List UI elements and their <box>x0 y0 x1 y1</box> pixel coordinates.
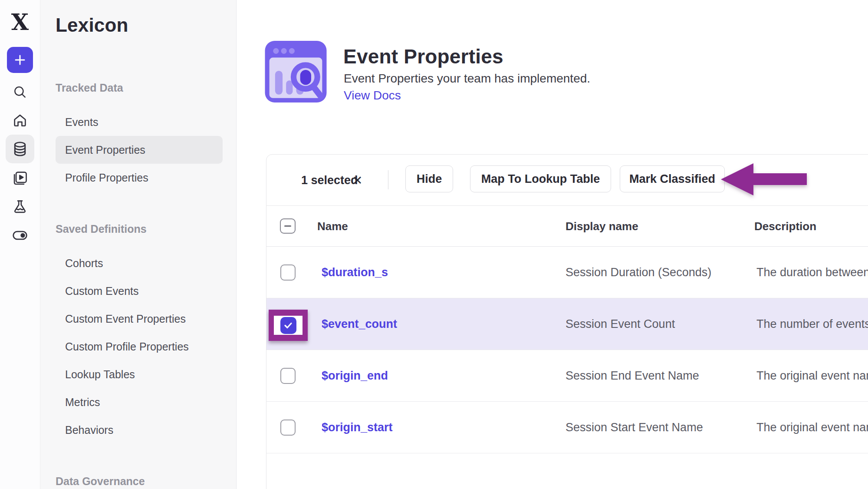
page-title: Event Properties <box>343 45 503 68</box>
icon-rail: X <box>0 0 40 489</box>
event-properties-table-card: 1 selected ✕ Hide Map To Lookup Table Ma… <box>266 154 868 489</box>
toggle-icon[interactable] <box>0 225 40 246</box>
table-row[interactable]: $origin_start Session Start Event Name T… <box>266 402 868 453</box>
property-name-link[interactable]: $duration_s <box>322 247 388 298</box>
table-header-row: Name Display name Description <box>266 206 868 247</box>
table-row[interactable]: $origin_end Session End Event Name The o… <box>266 350 868 402</box>
table-row-selected[interactable]: $event_count Session Event Count The num… <box>266 298 868 350</box>
lexicon-sidebar: Lexicon Tracked Data Events Event Proper… <box>40 0 237 489</box>
event-properties-app-icon <box>265 41 327 104</box>
sidebar-title: Lexicon <box>56 14 128 36</box>
property-display-name: Session End Event Name <box>566 350 699 402</box>
property-name-link[interactable]: $origin_start <box>322 402 393 453</box>
plus-icon <box>13 53 27 67</box>
property-display-name: Session Duration (Seconds) <box>566 247 711 298</box>
clear-selection-icon[interactable]: ✕ <box>352 155 362 206</box>
section-tracked-data: Tracked Data <box>56 82 123 94</box>
property-display-name: Session Event Count <box>566 298 675 350</box>
row-checkbox[interactable] <box>280 368 296 384</box>
sidebar-item-profile-properties[interactable]: Profile Properties <box>65 172 148 184</box>
table-row[interactable]: $duration_s Session Duration (Seconds) T… <box>266 247 868 298</box>
property-description: The original event nam <box>756 402 868 453</box>
property-name-link[interactable]: $event_count <box>322 298 397 350</box>
create-button[interactable] <box>7 47 33 73</box>
sidebar-item-cohorts[interactable]: Cohorts <box>65 257 103 270</box>
hide-button[interactable]: Hide <box>405 165 453 192</box>
sidebar-item-custom-profile-properties[interactable]: Custom Profile Properties <box>65 340 189 353</box>
column-header-display-name[interactable]: Display name <box>566 206 638 247</box>
search-icon[interactable] <box>0 82 40 102</box>
row-checkbox[interactable] <box>280 264 296 281</box>
map-to-lookup-table-button[interactable]: Map To Lookup Table <box>470 165 611 192</box>
sidebar-item-event-properties[interactable]: Event Properties <box>65 144 145 156</box>
selection-toolbar: 1 selected ✕ Hide Map To Lookup Table Ma… <box>266 155 868 206</box>
sidebar-item-custom-event-properties[interactable]: Custom Event Properties <box>65 313 186 325</box>
property-description: The number of events <box>756 298 868 350</box>
section-saved-definitions: Saved Definitions <box>56 223 147 235</box>
toolbar-divider <box>388 170 388 189</box>
property-description: The duration between <box>756 247 868 298</box>
home-icon[interactable] <box>0 110 40 131</box>
check-icon <box>283 320 293 330</box>
database-icon[interactable] <box>0 139 40 159</box>
sidebar-item-events[interactable]: Events <box>65 116 98 129</box>
column-header-name[interactable]: Name <box>317 206 348 247</box>
page-subtitle: Event Properties your team has implement… <box>344 72 590 86</box>
row-checkbox[interactable] <box>280 420 296 436</box>
sidebar-item-lookup-tables[interactable]: Lookup Tables <box>65 368 135 381</box>
lexicon-page: X <box>0 0 868 489</box>
flask-icon[interactable] <box>0 196 40 217</box>
property-name-link[interactable]: $origin_end <box>322 350 388 402</box>
property-display-name: Session Start Event Name <box>566 402 703 453</box>
sidebar-item-behaviors[interactable]: Behaviors <box>65 424 113 436</box>
annotation-highlight-box <box>269 310 308 341</box>
sidebar-item-custom-events[interactable]: Custom Events <box>65 285 139 297</box>
mixpanel-logo-icon[interactable]: X <box>0 10 40 34</box>
select-all-checkbox[interactable] <box>280 218 296 234</box>
section-data-governance: Data Governance <box>56 475 145 488</box>
view-docs-link[interactable]: View Docs <box>344 89 401 102</box>
column-header-description[interactable]: Description <box>754 206 816 247</box>
boards-icon[interactable] <box>0 168 40 188</box>
mark-classified-button[interactable]: Mark Classified <box>620 165 725 192</box>
selected-count-label: 1 selected <box>301 155 358 206</box>
property-description: The original event nam <box>756 350 868 402</box>
main-content: Event Properties Event Properties your t… <box>237 0 868 489</box>
row-checkbox-checked[interactable] <box>280 317 296 334</box>
annotation-arrow-icon <box>719 161 810 200</box>
sidebar-item-metrics[interactable]: Metrics <box>65 396 100 409</box>
